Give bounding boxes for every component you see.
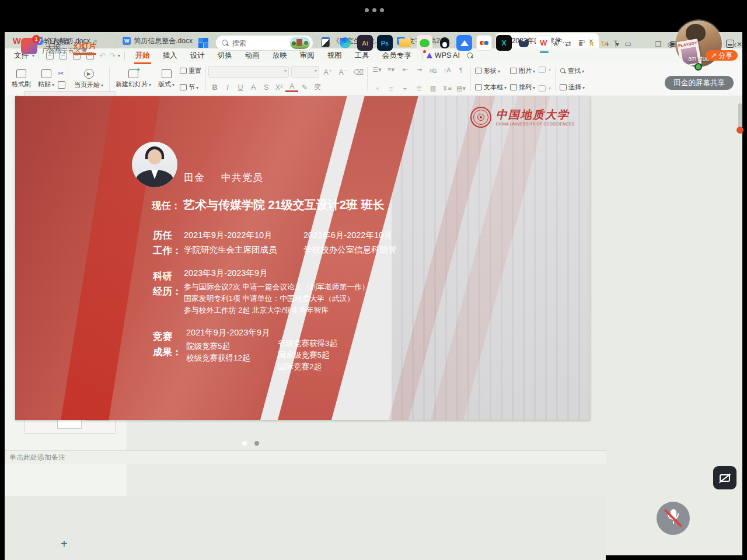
tab-animation[interactable]: 动画 xyxy=(244,50,261,62)
mountain-app-icon[interactable] xyxy=(456,35,472,51)
bullets-icon[interactable]: ☰▾ xyxy=(370,66,384,74)
tab-slideshow[interactable]: 放映 xyxy=(271,50,288,62)
notes-placeholder[interactable]: 单击此处添加备注 xyxy=(9,453,65,463)
reset-button[interactable]: 重置 xyxy=(178,66,203,76)
format-painter-button[interactable]: 格式刷 xyxy=(8,65,34,93)
slide-editor[interactable]: 中国地质大学 CHINA UNIVERSITY OF GEOSCIENCES 田… xyxy=(15,96,590,420)
paragraph-mark-icon[interactable]: ¶ xyxy=(454,66,468,74)
textbox-button[interactable]: 文本框▾ xyxy=(473,82,508,92)
tab-tools[interactable]: 工具 xyxy=(354,50,371,62)
wechat-icon[interactable] xyxy=(417,35,432,51)
wps-ai-button[interactable]: WPS AI xyxy=(427,51,460,60)
play-from-current-button[interactable]: ▶ 当页开始▾ xyxy=(71,65,107,93)
text-direction-icon[interactable]: ↕A xyxy=(440,66,454,74)
settings-sliders-icon[interactable]: ⇄ xyxy=(566,40,571,48)
window-control-dots[interactable] xyxy=(363,4,386,15)
cat-app-icon[interactable] xyxy=(516,35,532,51)
increase-font-icon[interactable]: A⁺ xyxy=(322,68,334,76)
find-button[interactable]: 查找▾ xyxy=(558,66,587,76)
redo-icon[interactable]: ↷ xyxy=(109,51,116,60)
highlight-color-icon[interactable]: ✎ xyxy=(298,83,311,92)
microphone-muted-button[interactable] xyxy=(657,502,690,535)
new-slide-button[interactable]: 新建幻灯片▾ xyxy=(112,65,155,93)
search-icon[interactable] xyxy=(467,52,473,59)
edge-browser-icon[interactable] xyxy=(337,35,353,51)
tab-design[interactable]: 设计 xyxy=(189,50,206,62)
start-button[interactable] xyxy=(196,35,211,51)
justify-icon[interactable]: ☰ xyxy=(412,85,426,92)
section-button[interactable]: 节▾ xyxy=(178,82,203,92)
italic-icon[interactable]: I xyxy=(221,83,234,92)
slide-pagination-dots[interactable] xyxy=(242,441,259,446)
illustrator-icon[interactable]: Ai xyxy=(357,35,373,51)
qq-icon[interactable] xyxy=(437,35,452,51)
taskbar-search-box[interactable] xyxy=(215,35,313,51)
superscript-icon[interactable]: X² xyxy=(273,83,285,92)
photoshop-icon[interactable]: Ps xyxy=(377,35,393,51)
bold-icon[interactable]: B xyxy=(208,83,221,92)
pinyin-icon[interactable]: ab̲ xyxy=(426,66,440,74)
volume-mixer-icon[interactable]: ⅲ xyxy=(578,40,583,48)
notification-center-icon[interactable] xyxy=(726,40,734,48)
arrange-button[interactable]: 排列▾ xyxy=(508,82,537,92)
underline-icon[interactable]: U xyxy=(234,83,247,92)
share-button[interactable]: ↗ 分享 xyxy=(706,50,738,61)
layout-button[interactable]: 版式▾ xyxy=(155,65,178,93)
pagination-dot[interactable] xyxy=(254,441,259,446)
add-slide-button[interactable]: + xyxy=(61,537,68,551)
search-input[interactable] xyxy=(232,39,286,47)
collapse-panel-icon[interactable]: ‹ xyxy=(734,40,736,49)
qq-tray-icon[interactable]: ɴ xyxy=(590,40,594,48)
shadow-icon[interactable]: S xyxy=(260,83,273,92)
tab-member[interactable]: 会员专享 xyxy=(381,50,413,62)
font-size-select[interactable] xyxy=(291,66,319,78)
pagination-dot-active[interactable] xyxy=(242,441,247,446)
cut-icon[interactable]: ✂ xyxy=(58,69,65,78)
microphone-tray-icon[interactable]: ᛉ xyxy=(613,40,617,48)
chevron-down-icon[interactable]: ▾ xyxy=(118,53,120,58)
sync-icon[interactable]: ↻ xyxy=(601,40,606,48)
align-center-icon[interactable]: ≡ xyxy=(384,85,398,92)
copy-icon[interactable] xyxy=(58,81,65,89)
shape-fill-button[interactable]: ▾ xyxy=(537,66,553,74)
shape-outline-button[interactable]: ▾ xyxy=(537,85,553,92)
align-right-icon[interactable]: ⫟ xyxy=(398,85,412,92)
taskbar-news-widget[interactable]: 1 今日热点 广西南宁市区遭... xyxy=(21,37,92,55)
align-left-icon[interactable]: ⫞ xyxy=(370,85,384,92)
window-tray-icon[interactable]: ▭ xyxy=(624,40,631,48)
wps-app-icon[interactable]: W xyxy=(536,35,551,51)
undo-icon[interactable]: ↶ xyxy=(99,51,106,60)
distribute-icon[interactable]: ▥ xyxy=(426,85,440,92)
decrease-indent-icon[interactable]: ⇤ xyxy=(398,66,412,74)
line-spacing-icon[interactable]: ⇕≡ xyxy=(440,85,454,92)
select-button[interactable]: 选择▾ xyxy=(558,82,587,92)
hidden-icons-chevron[interactable]: ∧ xyxy=(553,40,558,48)
tab-home[interactable]: 开始 xyxy=(134,50,151,62)
strikethrough-icon[interactable]: A xyxy=(247,83,260,92)
history-role-2: 学校校办公室信息科助管 xyxy=(303,243,397,257)
numbering-icon[interactable]: ≡▾ xyxy=(384,66,398,74)
tab-insert[interactable]: 插入 xyxy=(162,50,179,62)
close-window-icon[interactable]: ✕ xyxy=(736,40,742,48)
increase-indent-icon[interactable]: ⇥ xyxy=(412,66,426,74)
scrollbar-indicator[interactable] xyxy=(736,127,743,134)
x-app-icon[interactable]: X xyxy=(496,35,512,51)
columns-icon[interactable]: ▤▾ xyxy=(454,85,468,92)
tri-circle-app-icon[interactable] xyxy=(476,35,492,51)
tab-transition[interactable]: 切换 xyxy=(217,50,233,62)
tab-review[interactable]: 审阅 xyxy=(299,50,316,62)
font-color-icon[interactable]: A xyxy=(285,82,298,92)
notes-bar[interactable]: 单击此处添加备注 xyxy=(5,450,606,464)
paste-button[interactable]: 粘贴▾ xyxy=(34,65,58,93)
picture-button[interactable]: 图片▾ xyxy=(508,66,537,76)
file-explorer-icon[interactable] xyxy=(397,35,413,51)
task-view-button[interactable] xyxy=(317,35,333,51)
tab-view[interactable]: 视图 xyxy=(326,50,343,62)
char-spacing-icon[interactable]: 变 xyxy=(311,82,324,92)
shapes-button[interactable]: 形状▾ xyxy=(473,66,508,76)
clear-format-icon[interactable]: ⌫ xyxy=(352,68,365,76)
font-family-select[interactable] xyxy=(208,66,289,78)
camera-collapse-button[interactable] xyxy=(713,466,736,489)
decrease-font-icon[interactable]: A⁻ xyxy=(337,68,350,76)
scrollbar-thumb[interactable] xyxy=(738,103,742,128)
